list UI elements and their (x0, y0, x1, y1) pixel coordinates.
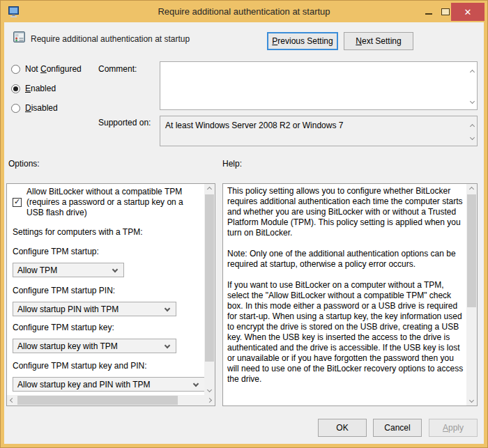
options-horizontal-scrollbar[interactable] (7, 395, 215, 405)
window-title: Require additional authentication at sta… (1, 6, 487, 17)
comment-input[interactable] (160, 61, 478, 110)
scroll-up-icon (471, 121, 474, 130)
policy-setting-icon (13, 31, 25, 43)
radio-label: Enabled (25, 84, 56, 93)
radio-label: Disabled (25, 103, 58, 113)
radio-circle (11, 104, 20, 113)
check-icon: ✓ (14, 197, 20, 206)
tpm-startup-dropdown[interactable]: Allow TPM (13, 263, 124, 277)
help-text: This policy setting allows you to config… (227, 186, 464, 394)
help-vertical-scrollbar[interactable] (466, 184, 477, 405)
tpm-startup-key-pin-dropdown[interactable]: Allow startup key and PIN with TPM (13, 377, 205, 392)
tpm-settings-header: Settings for computers with a TPM: (13, 227, 143, 237)
next-setting-button[interactable]: Next Setting (344, 32, 413, 50)
maximize-icon (441, 8, 450, 15)
scroll-down-icon (471, 132, 474, 141)
configure-tpm-startup-key-pin-label: Configure TPM startup key and PIN: (13, 361, 147, 371)
policy-dialog-window: Require additional authentication at sta… (0, 0, 488, 448)
scroll-up-icon[interactable] (466, 184, 477, 194)
supported-on-value: At least Windows Server 2008 R2 or Windo… (165, 121, 343, 130)
scrollbar-thumb[interactable] (17, 396, 178, 405)
chevron-down-icon (165, 343, 170, 348)
radio-label: Not Configured (25, 64, 82, 74)
scroll-up-icon[interactable] (471, 66, 474, 76)
tpm-startup-key-dropdown[interactable]: Allow startup key with TPM (13, 339, 176, 353)
apply-button[interactable]: Apply (429, 419, 478, 437)
previous-setting-button[interactable]: Previous Setting (267, 32, 338, 50)
policy-name-label: Require additional authentication at sta… (31, 34, 190, 44)
cancel-button[interactable]: Cancel (373, 419, 422, 437)
chevron-down-icon (112, 267, 118, 272)
comment-label: Comment: (98, 64, 137, 74)
configure-tpm-startup-label: Configure TPM startup: (13, 247, 99, 256)
configure-tpm-startup-pin-label: Configure TPM startup PIN: (13, 286, 115, 295)
supported-on-label: Supported on: (98, 118, 151, 128)
ok-button[interactable]: OK (318, 419, 367, 437)
scrollbar-thumb[interactable] (205, 194, 214, 362)
chevron-down-icon (165, 306, 170, 311)
radio-disabled[interactable]: Disabled (11, 102, 58, 114)
options-section-label: Options: (8, 159, 40, 169)
scrollbar-thumb[interactable] (467, 194, 476, 307)
titlebar: Require additional authentication at sta… (1, 1, 487, 22)
options-vertical-scrollbar[interactable] (204, 184, 215, 395)
configure-tpm-startup-key-label: Configure TPM startup key: (13, 323, 114, 332)
scroll-right-icon[interactable] (204, 395, 215, 405)
help-section-label: Help: (222, 159, 242, 169)
checkbox-box: ✓ (13, 198, 22, 207)
radio-circle (11, 84, 20, 93)
close-button[interactable]: ✕ (451, 3, 485, 21)
dialog-body: Require additional authentication at sta… (4, 22, 484, 444)
help-panel: This policy setting allows you to config… (222, 183, 478, 406)
scroll-down-icon[interactable] (471, 95, 474, 105)
minimize-icon (425, 13, 432, 15)
minimize-button[interactable] (420, 3, 437, 21)
radio-not-configured[interactable]: Not Configured (11, 63, 82, 75)
radio-enabled[interactable]: Enabled (11, 83, 56, 94)
options-panel: ✓ Allow BitLocker without a compatible T… (6, 183, 215, 406)
tpm-startup-pin-dropdown[interactable]: Allow startup PIN with TPM (13, 302, 176, 316)
scroll-down-icon[interactable] (466, 395, 477, 405)
scroll-up-icon[interactable] (204, 184, 215, 194)
allow-bitlocker-without-tpm-checkbox[interactable]: ✓ Allow BitLocker without a compatible T… (13, 187, 198, 218)
chevron-down-icon (193, 381, 199, 387)
supported-on-value-box: At least Windows Server 2008 R2 or Windo… (160, 116, 478, 146)
radio-circle (11, 65, 20, 74)
scroll-left-icon[interactable] (7, 395, 17, 405)
close-icon: ✕ (464, 7, 472, 17)
scroll-down-icon[interactable] (204, 385, 215, 395)
checkbox-label: Allow BitLocker without a compatible TPM… (26, 187, 194, 218)
